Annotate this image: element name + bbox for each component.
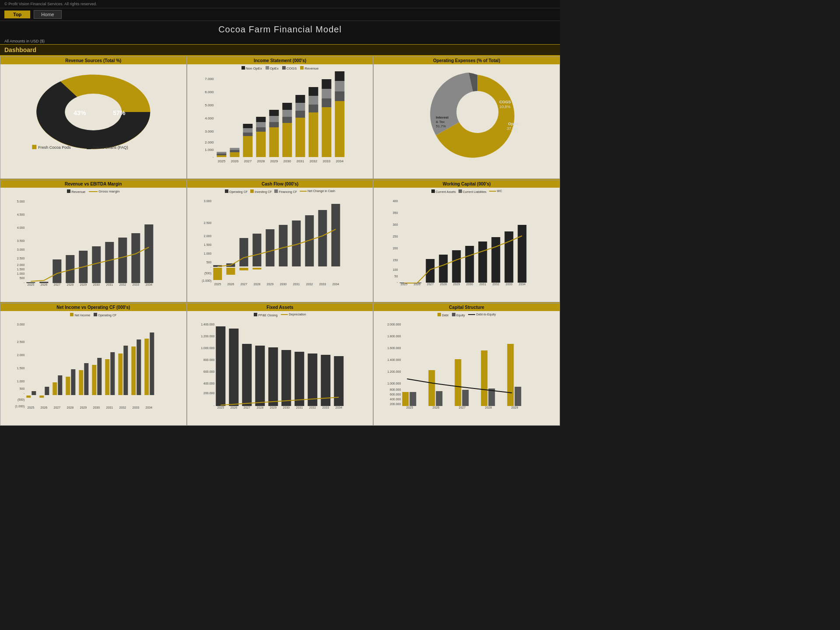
currency-note: All Amounts in USD ($) [0, 38, 560, 44]
svg-text:2029: 2029 [453, 283, 460, 286]
revenue-ebitda-chart: Revenue vs EBITDA Margin Revenue Gross m… [0, 180, 187, 302]
svg-text:2031: 2031 [106, 406, 113, 409]
svg-rect-41 [282, 110, 292, 117]
svg-rect-44 [295, 118, 305, 157]
svg-rect-17 [217, 154, 226, 155]
working-capital-title: Working Capital (000's) [374, 180, 560, 188]
svg-text:2030: 2030 [93, 283, 100, 286]
svg-text:2030: 2030 [283, 406, 290, 409]
svg-text:Interest: Interest [436, 116, 449, 119]
svg-rect-212 [216, 326, 225, 406]
operating-expenses-chart: Operating Expenses (% of Total) COGS 10,… [373, 56, 560, 179]
svg-text:800.000: 800.000 [203, 358, 214, 361]
svg-rect-192 [136, 340, 141, 395]
svg-text:500: 500 [20, 276, 25, 280]
svg-text:3.000: 3.000 [17, 323, 25, 326]
svg-text:150: 150 [393, 259, 398, 262]
top-button[interactable]: Top [4, 10, 30, 18]
capital-structure-title: Capital Structure [374, 304, 560, 311]
svg-rect-90 [118, 238, 127, 283]
svg-text:-: - [24, 392, 25, 395]
svg-text:2027: 2027 [54, 406, 61, 409]
revenue-sources-title: Revenue Sources (Total %) [0, 57, 186, 64]
charts-row-2: Revenue vs EBITDA Margin Revenue Gross m… [0, 179, 560, 302]
svg-point-64 [457, 91, 499, 133]
svg-text:2025: 2025 [217, 159, 225, 163]
svg-text:2031: 2031 [296, 406, 303, 409]
svg-text:2029: 2029 [270, 159, 278, 163]
svg-text:2033: 2033 [319, 283, 326, 286]
svg-rect-56 [322, 89, 331, 98]
svg-rect-246 [508, 344, 514, 406]
svg-text:2025: 2025 [401, 283, 408, 286]
svg-text:OpEx: OpEx [508, 122, 519, 126]
legend-opex: OpEx [266, 66, 279, 70]
svg-rect-46 [295, 103, 305, 111]
svg-text:2026: 2026 [433, 406, 440, 409]
svg-text:2026: 2026 [41, 406, 48, 409]
svg-text:200: 200 [393, 247, 398, 250]
svg-text:2027: 2027 [54, 283, 61, 286]
svg-rect-193 [150, 332, 154, 395]
svg-rect-176 [52, 382, 57, 395]
svg-text:2029: 2029 [511, 406, 518, 409]
svg-rect-179 [92, 365, 96, 395]
svg-text:2031: 2031 [293, 283, 300, 286]
svg-rect-189 [97, 358, 102, 395]
revenue-ebitda-title: Revenue vs EBITDA Margin [0, 180, 186, 188]
revenue-sources-area: 43% 57% Fresh Cocoa Pods Cocoa Beans (FA… [3, 66, 184, 162]
svg-text:2033: 2033 [133, 283, 140, 286]
svg-rect-215 [255, 346, 265, 406]
svg-rect-61 [335, 81, 344, 91]
svg-rect-218 [294, 352, 304, 406]
svg-rect-47 [295, 95, 305, 103]
home-button[interactable]: Home [34, 10, 61, 19]
legend-operating-cf: Operating CF [225, 189, 248, 193]
income-statement-title: Income Statement (000's) [187, 57, 373, 64]
svg-text:1.400.000: 1.400.000 [388, 358, 401, 361]
svg-rect-245 [481, 350, 488, 406]
svg-rect-85 [52, 259, 61, 283]
svg-rect-151 [479, 242, 487, 283]
svg-text:1.000: 1.000 [17, 272, 25, 275]
svg-rect-190 [110, 352, 115, 395]
svg-rect-221 [334, 356, 343, 406]
svg-rect-186 [58, 375, 62, 395]
svg-rect-174 [26, 396, 31, 398]
svg-rect-31 [256, 122, 266, 127]
svg-rect-89 [105, 242, 114, 283]
svg-text:2034: 2034 [146, 406, 153, 409]
svg-rect-6 [87, 145, 91, 149]
svg-text:1.000.000: 1.000.000 [201, 346, 214, 350]
svg-rect-175 [39, 396, 44, 398]
legend-ppe: PP&E Closing [254, 313, 277, 317]
svg-rect-20 [230, 152, 239, 157]
svg-rect-57 [322, 79, 331, 89]
svg-text:-: - [212, 155, 214, 159]
svg-text:COGS: COGS [500, 100, 511, 104]
svg-rect-248 [436, 391, 443, 406]
svg-text:1.600.000: 1.600.000 [388, 346, 401, 350]
svg-text:2031: 2031 [296, 159, 304, 163]
svg-text:2034: 2034 [519, 283, 526, 286]
svg-rect-188 [84, 363, 88, 395]
svg-text:2030: 2030 [280, 283, 287, 286]
capital-structure-svg: 2.000.000 1.800.000 1.600.000 1.400.000 … [376, 318, 557, 410]
rev-ebitda-svg: 5.000 4.500 4.000 3.500 3.000 2.500 2.00… [3, 195, 184, 287]
svg-rect-55 [322, 98, 331, 107]
svg-text:-: - [397, 280, 398, 284]
legend-equity: Equity [452, 313, 465, 317]
svg-text:2026: 2026 [231, 159, 238, 163]
svg-text:2034: 2034 [335, 406, 342, 409]
capital-structure-chart: Capital Structure Debt Equity Debt-to-Eq… [373, 303, 560, 426]
svg-rect-21 [230, 150, 239, 152]
svg-text:2027: 2027 [427, 283, 434, 286]
svg-text:2028: 2028 [253, 283, 260, 286]
svg-rect-39 [282, 123, 292, 157]
svg-rect-88 [92, 246, 101, 283]
svg-text:57%: 57% [113, 109, 126, 116]
svg-text:1.500: 1.500 [203, 243, 211, 246]
svg-rect-62 [335, 71, 344, 81]
svg-text:2029: 2029 [80, 283, 87, 286]
svg-text:500: 500 [20, 387, 25, 390]
